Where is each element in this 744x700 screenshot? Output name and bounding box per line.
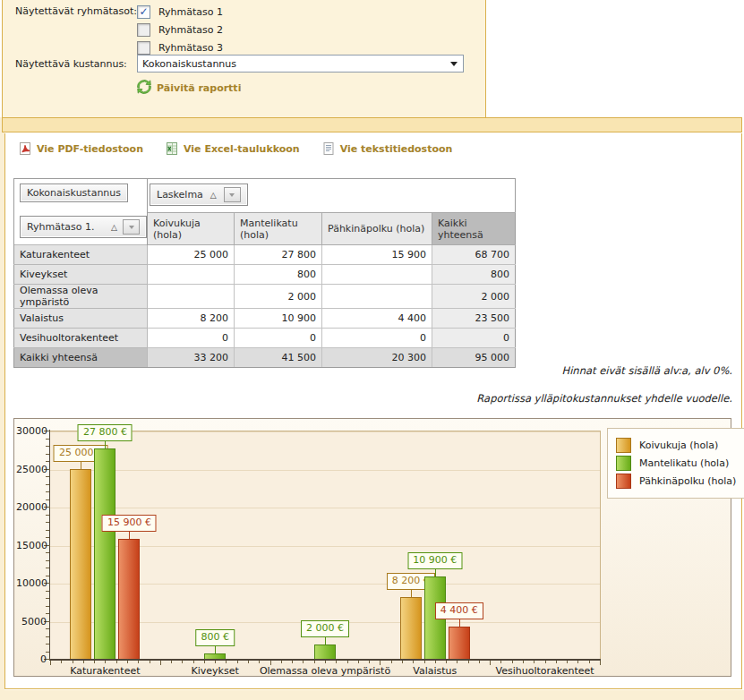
y-axis-tick-label: 30000 [16, 425, 47, 437]
checkmark-icon: ✓ [139, 6, 148, 17]
bar-value-label: 27 800 € [78, 424, 133, 441]
chart-legend: Koivukuja (hola)Mantelikatu (hola)Pähkin… [607, 428, 744, 499]
x-axis-minor-tick [237, 661, 238, 663]
group-level-checkbox-1[interactable]: ✓ [137, 5, 150, 19]
value-label-connector [81, 462, 81, 469]
pivot-row-header: Katurakenteet [14, 245, 148, 265]
y-axis-minor-tick [46, 568, 49, 568]
legend-swatch [616, 456, 631, 471]
pivot-column-header: Kaikki yhteensä [432, 213, 516, 245]
x-axis-minor-tick [457, 661, 458, 663]
group-level-checkbox-3[interactable] [137, 41, 150, 55]
refresh-report-button[interactable]: Päivitä raportti [137, 80, 241, 97]
x-axis-minor-tick [468, 661, 469, 663]
column-dimension-sort-button[interactable]: Laskelma △ [150, 184, 248, 206]
x-axis-minor-tick [479, 661, 480, 663]
y-axis-minor-tick [46, 515, 49, 516]
report-panel: Vie PDF-tiedostoon Vie Excel-taulukkoon … [4, 133, 742, 689]
chevron-down-icon [450, 62, 458, 66]
gridline [50, 508, 600, 508]
pivot-row-header: Kaikki yhteensä [14, 348, 148, 368]
row-dimension-dropdown-button[interactable] [123, 219, 140, 235]
pivot-value-cell: 27 800 [235, 245, 322, 265]
x-axis-minor-tick [336, 661, 337, 663]
pivot-row-header: Valaistus [14, 309, 148, 329]
x-axis-minor-tick [369, 661, 370, 663]
export-excel-link[interactable]: Vie Excel-taulukkoon [165, 141, 300, 156]
column-dimension-dropdown-button[interactable] [224, 187, 241, 202]
x-axis-minor-tick [193, 661, 194, 663]
y-axis-minor-tick [46, 530, 49, 531]
x-axis-minor-tick [545, 661, 546, 663]
x-axis-minor-tick [248, 661, 249, 663]
pivot-value-cell [148, 265, 235, 285]
table-row: Kaikki yhteensä33 20041 50020 30095 000 [14, 348, 516, 368]
x-axis-minor-tick [182, 661, 183, 663]
legend-swatch [616, 474, 631, 489]
pivot-value-cell: 33 200 [148, 348, 235, 368]
x-axis-minor-tick [446, 661, 447, 663]
y-axis-minor-tick [46, 598, 49, 599]
x-axis-minor-tick [391, 661, 392, 663]
pivot-corner-cell: Kokonaiskustannus Ryhmätaso 1. △ [14, 179, 148, 245]
export-excel-label: Vie Excel-taulukkoon [184, 143, 300, 155]
pivot-table: Kokonaiskustannus Ryhmätaso 1. △ Laskelm… [13, 178, 516, 368]
legend-entry: Koivukuja (hola) [616, 438, 736, 453]
measure-button[interactable]: Kokonaiskustannus [20, 184, 128, 202]
table-row: Kiveykset800800 [14, 265, 516, 285]
x-axis-minor-tick [600, 661, 601, 663]
y-axis-minor-tick [46, 613, 49, 614]
group-level-checkbox-2[interactable] [137, 23, 150, 37]
cost-type-select[interactable]: Kokonaiskustannus [137, 55, 464, 73]
row-dimension-sort-button[interactable]: Ryhmätaso 1. △ [20, 216, 147, 238]
pivot-row-header: Olemassa oleva ympäristö [14, 285, 148, 309]
table-row: Katurakenteet25 00027 80015 90068 700 [14, 245, 516, 265]
table-row: Valaistus8 20010 9004 40023 500 [14, 309, 516, 329]
sort-ascending-icon: △ [210, 191, 217, 200]
group-level-checkbox-group: ✓Ryhmätaso 1Ryhmätaso 2Ryhmätaso 3 [137, 4, 223, 57]
pivot-value-cell: 68 700 [432, 245, 516, 265]
x-axis-minor-tick [589, 661, 590, 663]
y-axis-minor-tick [46, 591, 49, 592]
pivot-value-cell: 800 [235, 265, 322, 285]
pivot-value-cell: 800 [432, 265, 516, 285]
measure-button-label: Kokonaiskustannus [27, 187, 121, 199]
excel-file-icon [165, 141, 179, 156]
pivot-row-header: Vesihuoltorakenteet [14, 329, 148, 348]
pivot-value-cell: 0 [148, 329, 235, 348]
chart-bar [118, 539, 140, 660]
export-text-link[interactable]: Vie tekstitiedostoon [321, 141, 453, 156]
legend-label: Koivukuja (hola) [639, 440, 718, 451]
x-axis-minor-tick [577, 661, 578, 663]
x-axis-minor-tick [303, 661, 304, 663]
report-options-panel: Näytettävät ryhmätasot: ✓Ryhmätaso 1Ryhm… [2, 0, 486, 118]
cost-bar-chart: 25 000 €8 200 €27 800 €800 €2 000 €10 90… [13, 418, 731, 677]
x-axis-minor-tick [127, 661, 128, 663]
x-axis-minor-tick [281, 661, 282, 663]
chart-bar [314, 645, 336, 660]
export-text-label: Vie tekstitiedostoon [340, 143, 453, 155]
value-label-connector [105, 441, 106, 448]
x-axis-minor-tick [347, 661, 348, 663]
y-axis-tick-label: 0 [16, 653, 47, 665]
x-axis-minor-tick [512, 661, 513, 663]
bar-value-label: 15 900 € [102, 515, 157, 532]
group-level-checkbox-label: Ryhmätaso 3 [158, 42, 223, 54]
chart-bar [94, 448, 115, 660]
export-pdf-link[interactable]: Vie PDF-tiedostoon [18, 141, 143, 156]
group-level-row: ✓Ryhmätaso 1 [137, 4, 223, 21]
group-level-checkbox-label: Ryhmätaso 1 [158, 6, 223, 18]
x-axis-minor-tick [500, 661, 501, 663]
chart-bar [449, 627, 470, 660]
chart-bar [400, 597, 422, 660]
y-axis-minor-tick [46, 484, 49, 485]
x-axis-minor-tick [94, 661, 95, 663]
pivot-value-cell: 4 400 [322, 309, 432, 329]
legend-label: Mantelikatu (hola) [639, 457, 729, 469]
value-label-connector [215, 646, 216, 653]
group-level-row: Ryhmätaso 2 [137, 21, 223, 38]
vat-note: Hinnat eivät sisällä alv:a, alv 0%. [562, 364, 733, 377]
column-dimension-cell: Laskelma △ [148, 179, 516, 213]
x-axis-minor-tick [567, 661, 568, 663]
x-axis-category-label: Vesihuoltorakenteet [465, 665, 626, 677]
